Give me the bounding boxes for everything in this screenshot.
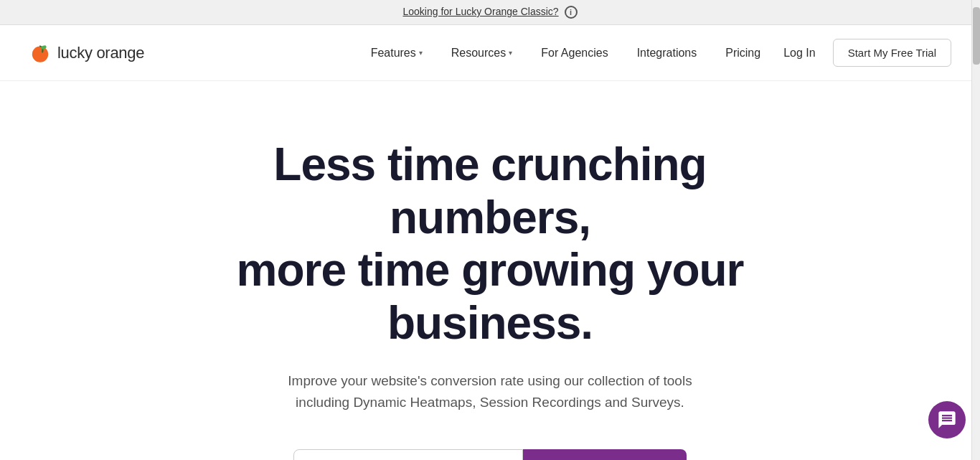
nav-item-agencies[interactable]: For Agencies — [529, 41, 619, 65]
chat-bubble[interactable] — [928, 401, 966, 438]
logo-icon — [29, 42, 52, 65]
scrollbar[interactable] — [971, 0, 980, 460]
info-icon[interactable]: i — [565, 6, 578, 19]
nav-item-pricing[interactable]: Pricing — [714, 41, 772, 65]
classic-link[interactable]: Looking for Lucky Orange Classic? — [403, 6, 559, 17]
logo-text: lucky orange — [57, 44, 144, 62]
chevron-down-icon: ▾ — [419, 49, 423, 57]
cta-form: Start My Free Trial — [293, 449, 687, 460]
nav-item-features[interactable]: Features ▾ — [359, 41, 434, 65]
chevron-down-icon: ▾ — [509, 49, 512, 57]
nav-item-resources[interactable]: Resources ▾ — [440, 41, 524, 65]
hero-trial-button[interactable]: Start My Free Trial — [523, 449, 687, 460]
top-banner: Looking for Lucky Orange Classic? i — [0, 0, 980, 25]
logo[interactable]: lucky orange — [29, 42, 144, 65]
hero-title: Less time crunching numbers, more time g… — [167, 139, 813, 349]
chat-icon — [937, 410, 957, 430]
hero-section: Less time crunching numbers, more time g… — [0, 81, 980, 460]
nav-links: Features ▾ Resources ▾ For Agencies Inte… — [359, 41, 773, 65]
scrollbar-thumb[interactable] — [973, 7, 980, 65]
svg-point-0 — [32, 46, 48, 62]
nav-trial-button[interactable]: Start My Free Trial — [833, 39, 951, 67]
hero-subtitle: Improve your website's conversion rate u… — [268, 370, 712, 414]
navbar: lucky orange Features ▾ Resources ▾ For … — [0, 25, 980, 81]
email-input[interactable] — [293, 449, 523, 460]
login-link[interactable]: Log In — [772, 41, 826, 65]
nav-item-integrations[interactable]: Integrations — [626, 41, 709, 65]
